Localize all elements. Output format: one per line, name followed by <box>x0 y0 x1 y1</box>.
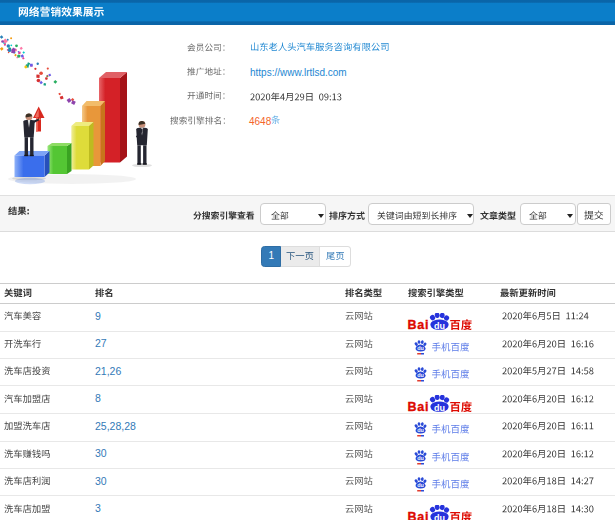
svg-text:du: du <box>417 372 424 378</box>
svg-text:du: du <box>434 403 445 413</box>
svg-text:du: du <box>417 455 424 461</box>
svg-text:du: du <box>417 482 424 488</box>
svg-text:du: du <box>434 321 445 331</box>
svg-text:du: du <box>417 427 424 433</box>
svg-text:du: du <box>417 345 424 351</box>
svg-text:Bai: Bai <box>408 400 430 414</box>
svg-text:du: du <box>434 513 445 520</box>
svg-text:Bai: Bai <box>408 318 430 332</box>
svg-text:Bai: Bai <box>408 510 430 520</box>
